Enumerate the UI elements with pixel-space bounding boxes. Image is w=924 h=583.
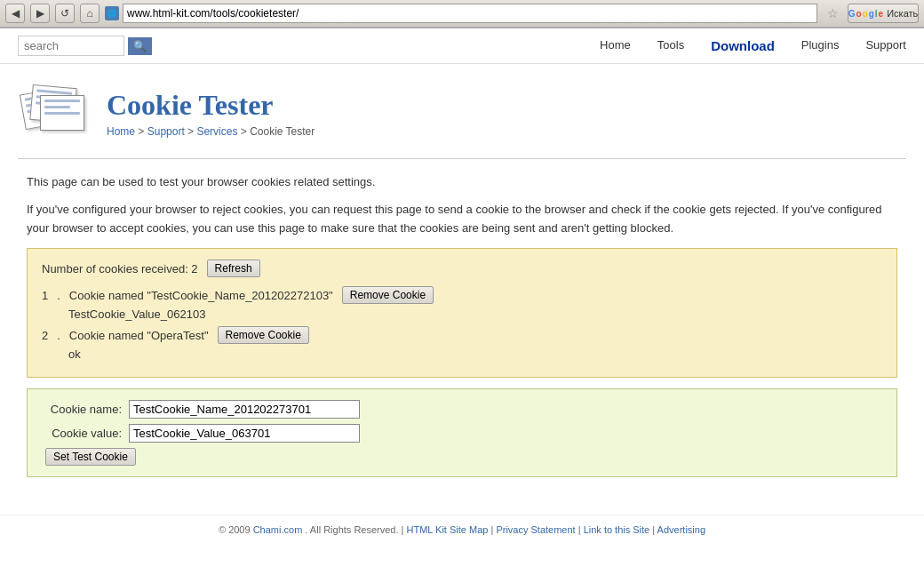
cookie-2-dot: . — [57, 329, 60, 342]
favicon-icon: 🌐 — [105, 6, 119, 20]
address-bar-wrap: 🌐 — [105, 4, 817, 23]
footer-rights: . All Rights Reserved. | — [305, 524, 403, 535]
breadcrumb-sep3: > — [241, 125, 250, 138]
cookie-2-value: ok — [68, 347, 882, 361]
search-button[interactable]: 🔍 — [128, 37, 152, 55]
back-button[interactable]: ◀ — [5, 4, 25, 23]
footer-company[interactable]: Chami.com — [253, 524, 303, 535]
nav-tools[interactable]: Tools — [657, 38, 684, 53]
logo-card-3 — [40, 95, 84, 131]
main-content: This page can be used to test your brows… — [0, 164, 924, 497]
cookie-item-2-header: 2. Cookie named "OperaTest" Remove Cooki… — [42, 326, 882, 344]
breadcrumb-support[interactable]: Support — [147, 125, 185, 138]
search-input[interactable] — [18, 36, 124, 56]
browser-search-label: Искать — [887, 8, 918, 19]
nav-download[interactable]: Download — [711, 38, 775, 53]
home-button[interactable]: ⌂ — [80, 4, 100, 23]
nav-plugins[interactable]: Plugins — [801, 38, 840, 53]
site-nav-bar: 🔍 Home Tools Download Plugins Support — [0, 28, 924, 64]
breadcrumb-services[interactable]: Services — [196, 125, 237, 138]
footer-advertising[interactable]: Advertising — [657, 524, 705, 535]
breadcrumb-sep1: > — [138, 125, 147, 138]
set-cookie-box: Cookie name: Cookie value: Set Test Cook… — [27, 388, 897, 477]
browser-chrome: ◀ ▶ ↺ ⌂ 🌐 ☆ Google Искать — [0, 0, 924, 28]
site-search-area: 🔍 — [18, 36, 152, 56]
cookie-count-row: Number of cookies received: 2 Refresh — [42, 260, 882, 277]
intro-text: This page can be used to test your brows… — [27, 173, 897, 237]
nav-support[interactable]: Support — [865, 38, 906, 53]
site-footer: © 2009 Chami.com . All Rights Reserved. … — [0, 515, 924, 544]
cookie-2-name: Cookie named "OperaTest" — [69, 329, 209, 342]
cookie-name-row: Cookie name: — [42, 400, 882, 419]
cookie-item-2: 2. Cookie named "OperaTest" Remove Cooki… — [42, 326, 882, 361]
forward-button[interactable]: ▶ — [30, 4, 50, 23]
footer-copyright: © 2009 — [219, 524, 251, 535]
reload-button[interactable]: ↺ — [55, 4, 75, 23]
cookie-name-label: Cookie name: — [42, 403, 122, 416]
header-divider — [18, 158, 906, 159]
page-title: Cookie Tester — [107, 89, 315, 122]
cookie-value-input[interactable] — [129, 424, 360, 443]
remove-cookie-2-button[interactable]: Remove Cookie — [218, 326, 309, 344]
cookie-name-input[interactable] — [129, 400, 360, 419]
cookie-item-1: 1. Cookie named "TestCookie_Name_2012022… — [42, 286, 882, 321]
nav-home[interactable]: Home — [600, 38, 631, 53]
breadcrumb-home[interactable]: Home — [107, 125, 135, 138]
footer-privacy[interactable]: Privacy Statement — [496, 524, 575, 535]
cookie-1-dot: . — [57, 289, 60, 302]
google-icon: Google — [848, 9, 883, 19]
logo-image — [18, 73, 98, 153]
cookie-1-index: 1 — [42, 289, 48, 302]
breadcrumb: Home > Support > Services > Cookie Teste… — [107, 125, 315, 138]
page-header: Cookie Tester Home > Support > Services … — [0, 64, 924, 153]
cookie-value-label: Cookie value: — [42, 427, 122, 440]
refresh-button[interactable]: Refresh — [207, 260, 260, 277]
breadcrumb-sep2: > — [187, 125, 196, 138]
cookie-1-value: TestCookie_Value_062103 — [68, 307, 882, 321]
site-nav-links: Home Tools Download Plugins Support — [600, 38, 906, 53]
cookie-item-1-header: 1. Cookie named "TestCookie_Name_2012022… — [42, 286, 882, 304]
cookie-info-box: Number of cookies received: 2 Refresh 1.… — [27, 248, 897, 378]
cookie-count-label: Number of cookies received: 2 — [42, 262, 198, 276]
footer-link[interactable]: Link to this Site — [584, 524, 650, 535]
intro-para2: If you've configured your browser to rej… — [27, 201, 897, 238]
browser-toolbar: ◀ ▶ ↺ ⌂ 🌐 ☆ Google Искать — [0, 0, 924, 28]
cookie-2-index: 2 — [42, 329, 48, 342]
bookmark-icon[interactable]: ☆ — [823, 4, 842, 23]
browser-search-button[interactable]: Google Искать — [848, 4, 919, 23]
set-test-cookie-button[interactable]: Set Test Cookie — [45, 448, 136, 466]
cookie-1-name: Cookie named "TestCookie_Name_2012022721… — [69, 289, 333, 302]
cookie-value-row: Cookie value: — [42, 424, 882, 443]
intro-para1: This page can be used to test your brows… — [27, 173, 897, 192]
address-bar[interactable] — [123, 4, 817, 23]
footer-sitemap[interactable]: HTML Kit Site Map — [407, 524, 489, 535]
remove-cookie-1-button[interactable]: Remove Cookie — [342, 286, 434, 304]
breadcrumb-current: Cookie Tester — [250, 125, 315, 138]
page-title-wrap: Cookie Tester Home > Support > Services … — [107, 89, 315, 138]
